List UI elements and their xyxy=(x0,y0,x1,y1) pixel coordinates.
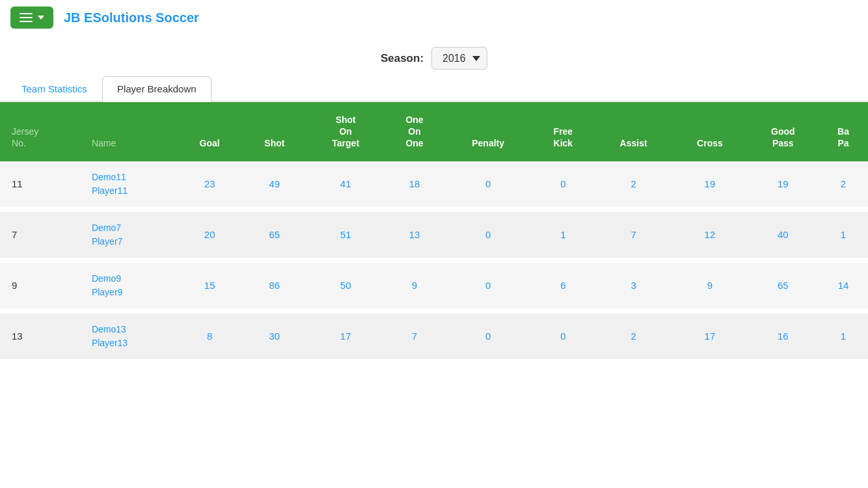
season-label: Season: xyxy=(381,52,424,65)
col-header-goal: Goal xyxy=(177,102,242,161)
hamburger-icon xyxy=(20,13,33,22)
season-select[interactable]: 2014 2015 2016 2017 2018 xyxy=(431,47,487,70)
col-header-name: Name xyxy=(84,102,177,161)
col-header-good-pass: GoodPass xyxy=(748,102,819,161)
tabs-bar: Team Statistics Player Breakdown xyxy=(0,76,868,102)
tab-player-breakdown[interactable]: Player Breakdown xyxy=(102,76,211,102)
col-header-bad-pass: BaPa xyxy=(819,102,868,161)
col-header-jersey: JerseyNo. xyxy=(0,102,84,161)
app-title: JB ESolutions Soccer xyxy=(64,10,199,25)
col-header-free-kick: FreeKick xyxy=(532,102,595,161)
menu-button[interactable] xyxy=(10,7,53,29)
col-header-shot: Shot xyxy=(242,102,307,161)
col-header-shot-on-target: ShotOnTarget xyxy=(307,102,385,161)
dropdown-arrow-icon xyxy=(38,16,44,20)
table-row: 13Demo13Player1383017700217161 xyxy=(0,311,868,362)
header: JB ESolutions Soccer xyxy=(0,0,868,35)
table-row: 9Demo9Player9158650906396514 xyxy=(0,260,868,311)
col-header-assist: Assist xyxy=(595,102,672,161)
table-row: 11Demo11Player112349411800219192 xyxy=(0,161,868,210)
season-bar: Season: 2014 2015 2016 2017 2018 xyxy=(0,35,868,76)
tab-team-statistics[interactable]: Team Statistics xyxy=(7,76,102,101)
stats-table-wrapper: JerseyNo. Name Goal Shot ShotOnTarget On… xyxy=(0,102,868,364)
col-header-cross: Cross xyxy=(672,102,747,161)
table-header-row: JerseyNo. Name Goal Shot ShotOnTarget On… xyxy=(0,102,868,161)
col-header-penalty: Penalty xyxy=(444,102,532,161)
col-header-one-on-one: OneOnOne xyxy=(385,102,445,161)
stats-table: JerseyNo. Name Goal Shot ShotOnTarget On… xyxy=(0,102,868,364)
table-row: 7Demo7Player72065511301712401 xyxy=(0,210,868,260)
